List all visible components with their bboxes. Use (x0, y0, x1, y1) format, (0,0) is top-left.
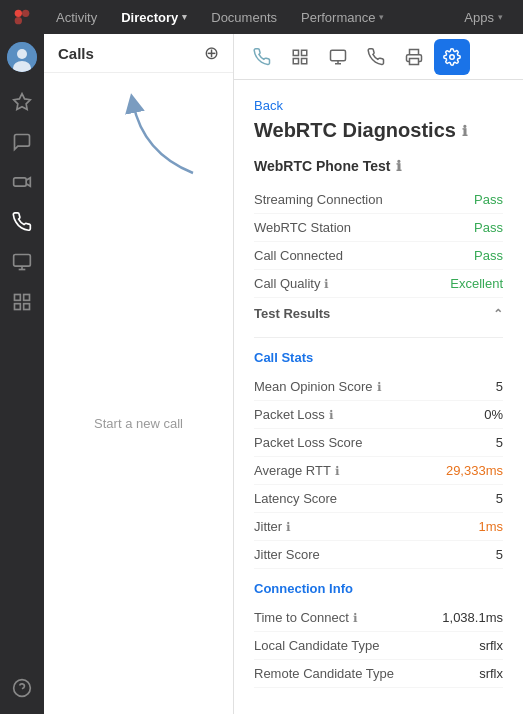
packet-loss-info-icon[interactable]: ℹ (329, 408, 334, 422)
svg-point-25 (450, 54, 455, 59)
phone-outline-toolbar-icon[interactable] (244, 39, 280, 75)
svg-point-1 (22, 10, 29, 17)
svg-rect-12 (24, 295, 30, 301)
mean-opinion-label: Mean Opinion Score ℹ (254, 379, 382, 394)
avg-rtt-value: 29,333ms (446, 463, 503, 478)
directory-chevron-icon: ▾ (182, 12, 187, 22)
avg-rtt-row: Average RTT ℹ 29,333ms (254, 457, 503, 485)
latency-score-label: Latency Score (254, 491, 337, 506)
content-scroll-wrapper: Back WebRTC Diagnostics ℹ WebRTC Phone T… (234, 80, 523, 714)
mean-opinion-value: 5 (496, 379, 503, 394)
nav-items: Activity Directory ▾ Documents Performan… (44, 0, 515, 34)
svg-rect-7 (14, 178, 27, 186)
svg-marker-6 (14, 94, 31, 110)
call-connected-row: Call Connected Pass (254, 242, 503, 270)
grid-toolbar-icon[interactable] (282, 39, 318, 75)
webrtc-station-label: WebRTC Station (254, 220, 351, 235)
left-sidebar (0, 34, 44, 714)
add-call-button[interactable]: ⊕ (204, 44, 219, 62)
app-logo (8, 3, 36, 31)
toolbar (234, 34, 523, 80)
video-sidebar-icon[interactable] (4, 164, 40, 200)
svg-point-2 (15, 17, 22, 24)
chat-sidebar-icon[interactable] (4, 124, 40, 160)
nav-documents[interactable]: Documents (199, 0, 289, 34)
call-quality-value: Excellent (450, 276, 503, 291)
nav-activity[interactable]: Activity (44, 0, 109, 34)
calls-empty-state: Start a new call (44, 73, 233, 714)
help-sidebar-icon[interactable] (4, 670, 40, 706)
jitter-info-icon[interactable]: ℹ (286, 520, 291, 534)
mean-opinion-info-icon[interactable]: ℹ (377, 380, 382, 394)
apps-chevron-icon: ▾ (498, 12, 503, 22)
messages-sidebar-icon[interactable] (4, 244, 40, 280)
nav-apps[interactable]: Apps ▾ (452, 0, 515, 34)
jitter-score-row: Jitter Score 5 (254, 541, 503, 569)
phone-test-header: WebRTC Phone Test ℹ (254, 158, 503, 174)
local-candidate-row: Local Candidate Type srflx (254, 632, 503, 660)
print-toolbar-icon[interactable] (396, 39, 432, 75)
monitor-toolbar-icon[interactable] (320, 39, 356, 75)
divider-1 (254, 337, 503, 338)
calls-panel: Calls ⊕ Start a new call (44, 34, 234, 714)
local-candidate-label: Local Candidate Type (254, 638, 380, 653)
svg-rect-8 (14, 255, 31, 267)
performance-chevron-icon: ▾ (379, 12, 384, 22)
content-area: Back WebRTC Diagnostics ℹ WebRTC Phone T… (234, 80, 523, 714)
ttc-info-icon[interactable]: ℹ (353, 611, 358, 625)
back-link[interactable]: Back (254, 98, 283, 113)
packet-loss-score-row: Packet Loss Score 5 (254, 429, 503, 457)
svg-rect-24 (410, 58, 419, 64)
time-to-connect-label: Time to Connect ℹ (254, 610, 358, 625)
svg-rect-17 (293, 50, 298, 55)
call-quality-row: Call Quality ℹ Excellent (254, 270, 503, 298)
connection-info-title: Connection Info (254, 581, 503, 596)
svg-rect-21 (331, 50, 346, 61)
avg-rtt-label: Average RTT ℹ (254, 463, 340, 478)
svg-rect-11 (15, 295, 21, 301)
packet-loss-label: Packet Loss ℹ (254, 407, 334, 422)
jitter-score-label: Jitter Score (254, 547, 320, 562)
call-connected-label: Call Connected (254, 248, 343, 263)
mean-opinion-row: Mean Opinion Score ℹ 5 (254, 373, 503, 401)
nav-directory[interactable]: Directory ▾ (109, 0, 199, 34)
streaming-label: Streaming Connection (254, 192, 383, 207)
svg-rect-13 (15, 304, 21, 310)
svg-point-4 (17, 49, 27, 59)
start-new-call-text: Start a new call (94, 416, 183, 431)
jitter-score-value: 5 (496, 547, 503, 562)
call-quality-label: Call Quality ℹ (254, 276, 329, 291)
streaming-value: Pass (474, 192, 503, 207)
main-content: Calls ⊕ Start a new call (0, 34, 523, 714)
call-stats-title: Call Stats (254, 350, 503, 365)
diagnostics-info-icon[interactable]: ℹ (462, 123, 467, 139)
favorites-sidebar-icon[interactable] (4, 84, 40, 120)
remote-candidate-label: Remote Candidate Type (254, 666, 394, 681)
packet-loss-row: Packet Loss ℹ 0% (254, 401, 503, 429)
apps-sidebar-icon[interactable] (4, 284, 40, 320)
jitter-label: Jitter ℹ (254, 519, 291, 534)
calls-header: Calls ⊕ (44, 34, 233, 73)
call-quality-info-icon[interactable]: ℹ (324, 277, 329, 291)
svg-point-0 (15, 10, 22, 17)
latency-score-row: Latency Score 5 (254, 485, 503, 513)
test-results-toggle[interactable]: Test Results ⌃ (254, 298, 503, 329)
packet-loss-score-value: 5 (496, 435, 503, 450)
phone-sidebar-icon[interactable] (4, 204, 40, 240)
webrtc-station-value: Pass (474, 220, 503, 235)
avg-rtt-info-icon[interactable]: ℹ (335, 464, 340, 478)
jitter-value: 1ms (478, 519, 503, 534)
latency-score-value: 5 (496, 491, 503, 506)
handset-toolbar-icon[interactable] (358, 39, 394, 75)
settings-toolbar-icon[interactable] (434, 39, 470, 75)
remote-candidate-row: Remote Candidate Type srflx (254, 660, 503, 688)
phone-test-info-icon[interactable]: ℹ (396, 158, 401, 174)
nav-performance[interactable]: Performance ▾ (289, 0, 396, 34)
top-navigation: Activity Directory ▾ Documents Performan… (0, 0, 523, 34)
user-avatar[interactable] (7, 42, 37, 72)
packet-loss-value: 0% (484, 407, 503, 422)
svg-rect-20 (302, 58, 307, 63)
local-candidate-value: srflx (479, 638, 503, 653)
new-call-arrow (123, 93, 203, 187)
svg-rect-14 (24, 304, 30, 310)
